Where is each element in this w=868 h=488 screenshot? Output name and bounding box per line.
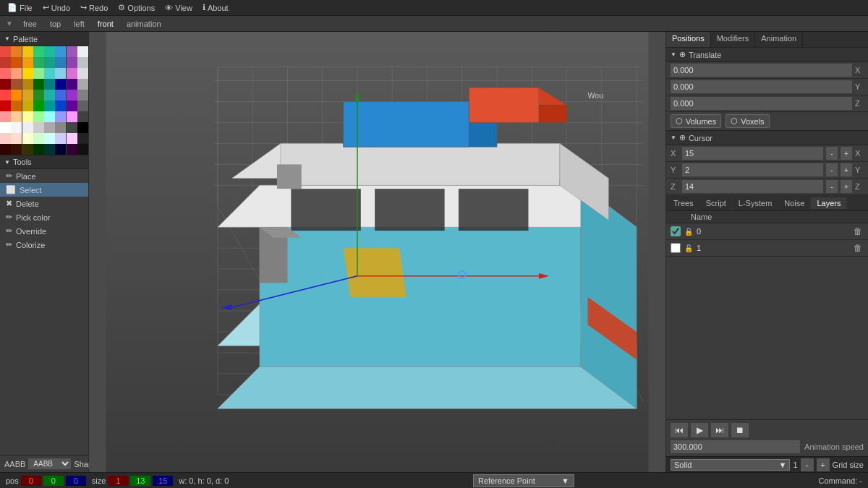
palette-header[interactable]: ▼ Palette [0,32,88,46]
palette-color[interactable] [55,133,66,144]
palette-color[interactable] [67,46,77,57]
tool-delete[interactable]: ✖ Delete [0,197,88,210]
tab-layers[interactable]: Layers [811,197,847,209]
palette-color[interactable] [55,68,66,79]
palette-color[interactable] [44,100,55,111]
cursor-y-minus[interactable]: - [826,163,838,176]
palette-color[interactable] [44,144,55,155]
anim-play-button[interactable]: ▶ [691,423,708,437]
tab-positions[interactable]: Positions [666,32,711,47]
palette-color[interactable] [0,144,11,155]
solid-dropdown[interactable]: Solid ▼ [671,459,790,471]
menu-about[interactable]: ℹ About [198,1,233,14]
palette-color[interactable] [22,90,33,100]
anim-forward-button[interactable]: ⏭ [711,423,728,437]
palette-color[interactable] [22,111,33,122]
tool-select[interactable]: ⬜ Select [0,183,88,197]
tab-noise[interactable]: Noise [778,197,811,209]
palette-color[interactable] [44,111,55,122]
palette-color[interactable] [33,90,44,100]
palette-color[interactable] [77,144,88,155]
palette-color[interactable] [44,90,55,100]
palette-color[interactable] [55,46,66,57]
palette-color[interactable] [0,57,11,68]
palette-color[interactable] [77,133,88,144]
palette-color[interactable] [77,111,88,122]
palette-color[interactable] [22,79,33,90]
cursor-x-input[interactable] [682,147,823,160]
translate-header[interactable]: ▼ ⊕ Translate [666,48,868,62]
palette-color[interactable] [67,79,77,90]
palette-color[interactable] [55,57,66,68]
palette-color[interactable] [11,57,22,68]
palette-color[interactable] [0,90,11,100]
cursor-x-plus[interactable]: + [841,147,852,160]
cursor-y-plus[interactable]: + [841,163,852,176]
palette-color[interactable] [67,100,77,111]
palette-color[interactable] [67,90,77,100]
anim-stop-button[interactable]: ⏹ [731,423,749,437]
tool-colorize[interactable]: ✏ Colorize [0,238,88,252]
palette-color[interactable] [55,111,66,122]
palette-color[interactable] [11,100,22,111]
palette-color[interactable] [33,46,44,57]
tab-trees[interactable]: Trees [668,197,700,209]
palette-color[interactable] [44,79,55,90]
cursor-y-input[interactable] [682,163,823,176]
palette-color[interactable] [67,133,77,144]
menu-undo[interactable]: ↩ Undo [38,1,75,14]
nav-free[interactable]: free [17,18,43,30]
layer-1-delete[interactable]: 🗑 [852,242,864,254]
palette-color[interactable] [67,68,77,79]
grid-plus-button[interactable]: + [817,458,830,471]
palette-color[interactable] [33,111,44,122]
nav-front[interactable]: front [92,18,119,30]
palette-color[interactable] [77,57,88,68]
palette-color[interactable] [55,122,66,133]
volumes-button[interactable]: ⬡ Volumes [671,114,721,128]
palette-color[interactable] [22,144,33,155]
tool-override[interactable]: ✏ Override [0,224,88,238]
palette-color[interactable] [33,122,44,133]
nav-animation[interactable]: animation [121,18,167,30]
menu-file[interactable]: 📄 File [3,1,37,14]
viewport[interactable]: Wou [89,32,665,472]
layer-row-0[interactable]: 🔓 0 🗑 [666,223,868,240]
menu-options[interactable]: ⚙ Options [114,1,159,14]
palette-color[interactable] [55,79,66,90]
palette-color[interactable] [22,57,33,68]
palette-color[interactable] [44,57,55,68]
palette-color[interactable] [77,46,88,57]
palette-color[interactable] [0,111,11,122]
anim-speed-input[interactable] [671,440,800,453]
voxels-button[interactable]: ⬡ Voxels [726,114,769,128]
cursor-x-minus[interactable]: - [826,147,838,160]
aabb-select[interactable]: AABB Sphere [28,458,71,469]
tool-place[interactable]: ✏ Place [0,169,88,183]
layer-0-visible[interactable] [671,226,681,236]
tab-modifiers[interactable]: Modifiers [711,32,756,47]
palette-color[interactable] [55,144,66,155]
palette-color[interactable] [22,100,33,111]
palette-color[interactable] [44,68,55,79]
palette-color[interactable] [22,122,33,133]
palette-color[interactable] [77,90,88,100]
palette-color[interactable] [44,133,55,144]
palette-color[interactable] [0,46,11,57]
palette-color[interactable] [11,144,22,155]
palette-color[interactable] [11,90,22,100]
palette-color[interactable] [67,111,77,122]
palette-color[interactable] [77,79,88,90]
layer-1-visible[interactable] [671,243,681,253]
tab-lsystem[interactable]: L-System [733,197,778,209]
cursor-header[interactable]: ▼ ⊕ Cursor [666,131,868,145]
palette-color[interactable] [22,46,33,57]
menu-redo[interactable]: ↪ Redo [76,1,112,14]
palette-color[interactable] [0,133,11,144]
palette-color[interactable] [55,90,66,100]
tools-header[interactable]: ▼ Tools [0,155,88,169]
palette-color[interactable] [33,100,44,111]
tab-script[interactable]: Script [700,197,733,209]
palette-color[interactable] [0,122,11,133]
menu-view[interactable]: 👁 View [161,2,197,14]
